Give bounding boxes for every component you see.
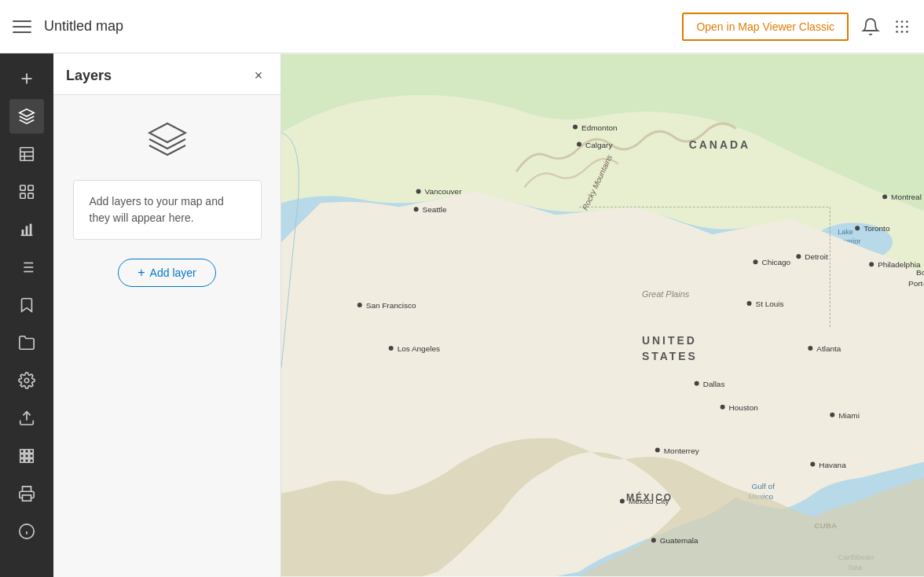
svg-text:Lake: Lake (838, 228, 852, 236)
sidebar-item-apps[interactable] (9, 439, 44, 473)
svg-point-67 (414, 207, 419, 211)
top-bar: Untitled map Open in Map Viewer Classic (0, 0, 924, 53)
svg-rect-21 (22, 230, 24, 235)
main-content: Layers × Add layers to your map and they… (0, 53, 924, 577)
icon-sidebar (0, 53, 53, 577)
sidebar-item-chart[interactable] (9, 212, 44, 247)
svg-point-61 (573, 125, 578, 130)
svg-point-77 (754, 259, 758, 264)
map-svg: Lake Superior Rocky Mountains Great Plai… (281, 53, 924, 577)
svg-text:Miami: Miami (838, 411, 860, 420)
svg-text:Toronto: Toronto (864, 224, 890, 233)
add-layer-button[interactable]: + Add layer (118, 259, 216, 287)
sidebar-item-share[interactable] (9, 401, 44, 436)
map-area[interactable]: Lake Superior Rocky Mountains Great Plai… (281, 53, 924, 577)
svg-text:Atlanta: Atlanta (816, 344, 841, 353)
layers-empty-message: Add layers to your map and they will app… (73, 180, 262, 240)
svg-point-83 (747, 301, 752, 306)
svg-point-97 (810, 462, 815, 467)
layers-panel-title: Layers (66, 68, 112, 84)
app-launcher-icon[interactable] (893, 17, 911, 36)
svg-point-87 (720, 405, 725, 410)
svg-text:Chicago: Chicago (762, 258, 791, 266)
svg-text:Port-a: Port-a (908, 279, 924, 288)
map-title: Untitled map (44, 18, 123, 35)
svg-rect-36 (25, 454, 29, 458)
svg-text:Great Plains: Great Plains (642, 289, 690, 299)
sidebar-item-info[interactable] (9, 514, 44, 549)
svg-rect-40 (30, 459, 34, 463)
svg-point-7 (901, 31, 904, 33)
layers-stack-icon (146, 120, 189, 161)
sidebar-item-table[interactable] (9, 137, 44, 171)
svg-point-73 (882, 194, 887, 199)
layers-panel: Layers × Add layers to your map and they… (53, 53, 281, 577)
top-bar-left: Untitled map (13, 17, 682, 36)
svg-point-69 (358, 303, 362, 307)
svg-text:Montreal: Montreal (891, 193, 922, 201)
svg-point-65 (416, 189, 421, 193)
svg-text:CANADA: CANADA (689, 138, 750, 151)
sidebar-item-bookmark[interactable] (9, 288, 44, 322)
svg-point-63 (577, 142, 581, 147)
svg-text:Gulf of: Gulf of (752, 482, 776, 491)
sidebar-item-settings[interactable] (9, 363, 44, 398)
bell-icon[interactable] (861, 17, 880, 36)
hamburger-menu-button[interactable] (13, 17, 31, 36)
svg-point-8 (906, 31, 908, 33)
svg-marker-11 (20, 109, 34, 116)
svg-text:Bos: Bos (916, 268, 924, 277)
svg-point-5 (906, 25, 908, 28)
svg-point-2 (906, 20, 908, 23)
svg-rect-39 (25, 459, 29, 463)
svg-rect-33 (25, 450, 29, 454)
svg-text:STATES: STATES (642, 350, 698, 362)
sidebar-item-folder[interactable] (9, 325, 44, 360)
svg-point-30 (24, 378, 29, 383)
svg-text:Vancouver: Vancouver (425, 187, 463, 196)
svg-point-81 (869, 262, 874, 266)
sidebar-item-list[interactable] (9, 250, 44, 285)
svg-point-85 (695, 381, 699, 386)
sidebar-item-widgets[interactable] (9, 175, 44, 209)
svg-text:Houston: Houston (729, 403, 758, 412)
svg-text:Guatemala: Guatemala (660, 536, 698, 545)
svg-point-75 (855, 226, 860, 230)
svg-rect-38 (20, 459, 24, 463)
svg-marker-45 (149, 123, 185, 142)
svg-point-3 (896, 25, 898, 28)
svg-text:San Francisco: San Francisco (366, 301, 416, 310)
add-layer-label: Add layer (150, 266, 196, 279)
svg-point-1 (901, 20, 904, 23)
open-classic-button[interactable]: Open in Map Viewer Classic (682, 13, 849, 41)
svg-text:Mexico City: Mexico City (629, 497, 669, 505)
svg-rect-19 (28, 193, 33, 198)
svg-rect-41 (23, 495, 31, 501)
layers-panel-body: Add layers to your map and they will app… (53, 95, 280, 577)
svg-rect-35 (20, 454, 24, 458)
layers-panel-close-button[interactable]: × (249, 66, 268, 85)
svg-point-79 (796, 254, 801, 259)
add-content-button[interactable] (9, 61, 44, 96)
svg-text:St Louis: St Louis (756, 300, 784, 308)
svg-point-89 (808, 346, 812, 351)
layers-panel-header: Layers × (53, 53, 280, 95)
svg-text:Havana: Havana (819, 461, 846, 469)
svg-rect-18 (20, 193, 25, 198)
svg-point-6 (896, 31, 898, 33)
sidebar-item-print[interactable] (9, 476, 44, 511)
svg-rect-32 (20, 450, 24, 454)
sidebar-item-layers[interactable] (9, 99, 44, 134)
svg-rect-16 (20, 186, 25, 190)
svg-point-71 (389, 346, 394, 351)
svg-text:UNITED: UNITED (642, 334, 697, 347)
svg-text:Seattle: Seattle (423, 205, 447, 214)
svg-text:Edmonton: Edmonton (581, 123, 617, 132)
svg-rect-12 (20, 148, 34, 161)
svg-text:Detroit: Detroit (805, 252, 828, 261)
svg-point-0 (896, 20, 898, 23)
svg-rect-34 (30, 450, 34, 454)
svg-rect-23 (30, 224, 32, 236)
svg-point-95 (620, 498, 625, 503)
svg-text:Calgary: Calgary (585, 141, 612, 149)
